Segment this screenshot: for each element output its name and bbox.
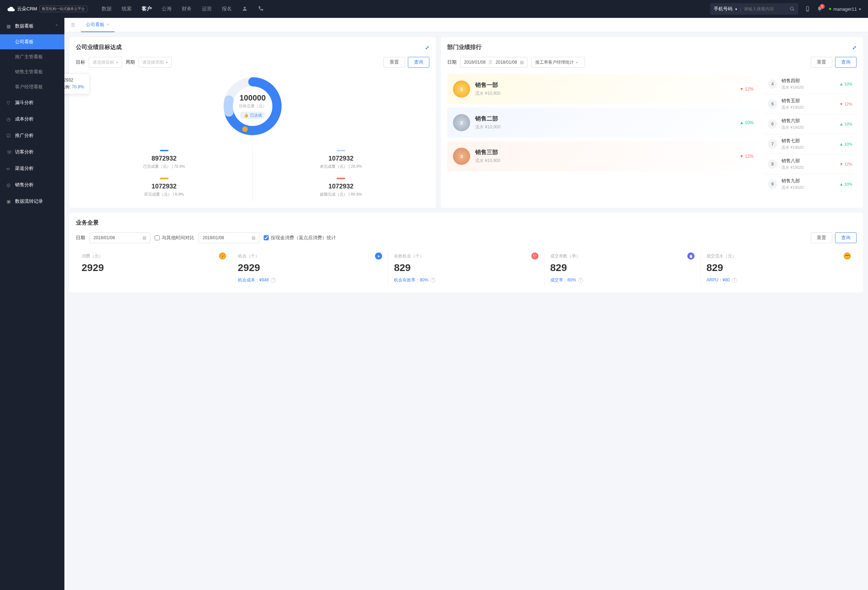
record-icon: ▣ <box>6 199 12 204</box>
rank-row: 5 销售五部流水 ¥19020 ▼12% <box>763 94 856 114</box>
nav-leads[interactable]: 线索 <box>122 6 132 12</box>
date-range[interactable]: 2018/01/08 至 2018/01/08 ▦ <box>460 57 528 68</box>
select-period[interactable]: 请选择周期▾ <box>139 57 172 68</box>
search-icon[interactable] <box>790 6 795 12</box>
help-icon[interactable]: ? <box>430 278 435 283</box>
reset-button[interactable]: 重置 <box>811 57 832 68</box>
expand-icon[interactable]: ⤢ <box>425 45 430 50</box>
sidebar-cost[interactable]: ◷成本分析 <box>0 111 64 127</box>
kpi-4: 成交流水（元） 💳 829 ARPU：¥80? <box>701 250 856 286</box>
arrow-down-icon: ▼ <box>839 162 843 166</box>
sidebar-group-dashboard[interactable]: ▦ 数据看板 ⌃ <box>0 18 64 34</box>
notif-badge: 5 <box>820 4 825 9</box>
sidebar-item-sales-mgr[interactable]: 销售主管看板 <box>0 64 64 79</box>
rank-3: 3 销售三部流水 ¥10,900 ▼12% <box>447 141 759 171</box>
funnel-icon: ▽ <box>6 100 12 106</box>
app-header: 云朵CRM 教育机构一站式服务云平台 数据 线索 客户 公海 财务 运营 报名 … <box>0 0 868 18</box>
nav-finance[interactable]: 财务 <box>182 6 192 12</box>
target-metrics: 8972932 已完成量（元） | 70.9% 1072932 未完成量（元） … <box>76 146 430 201</box>
donut-total-label: 目标总量（元） <box>239 103 267 109</box>
trend-down: ▼12% <box>740 154 753 159</box>
kpi-1: 机会（个） ➤ 2929 机会成本：¥948? <box>232 250 388 286</box>
arrow-up-icon: ▲ <box>740 120 744 125</box>
sidebar-funnel[interactable]: ▽漏斗分析 <box>0 94 64 111</box>
nav-pool[interactable]: 公海 <box>162 6 172 12</box>
compare-checkbox[interactable]: 与其他时间对比 <box>155 235 194 241</box>
logo-sub: 教育机构一站式服务云平台 <box>39 6 87 12</box>
rank-row: 4 销售四部流水 ¥19020 ▲10% <box>763 74 856 94</box>
select-statby[interactable]: 按工单客户经理统计▾ <box>531 57 585 68</box>
chart-icon: ☑ <box>6 133 12 138</box>
search-box[interactable]: 手机号码 ▾ | <box>710 3 798 15</box>
nav-signup[interactable]: 报名 <box>222 6 232 12</box>
sidebar-flow[interactable]: ▣数据流转记录 <box>0 193 64 209</box>
card-target: 公司业绩目标达成 ⤢ 目标 请选择目标▾ 周期 请选择周期▾ 重置 查询 <box>69 37 436 208</box>
help-icon[interactable]: ? <box>578 278 583 283</box>
arrow-down-icon: ▼ <box>839 102 843 106</box>
bell-icon[interactable]: 5 <box>817 6 822 12</box>
rank-row: 9 销售九部流水 ¥19020 ▲10% <box>763 174 856 194</box>
kpi-icon: 💳 <box>844 252 851 260</box>
chevron-down-icon: ▾ <box>116 60 118 64</box>
kpi-icon: 💰 <box>219 252 226 260</box>
svg-point-1 <box>790 7 793 10</box>
help-icon[interactable]: ? <box>732 278 737 283</box>
query-button[interactable]: 查询 <box>408 57 430 68</box>
sidebar-channel[interactable]: ∞渠道分析 <box>0 160 64 177</box>
sidebar-promo[interactable]: ☑推广分析 <box>0 127 64 144</box>
rank-row: 7 销售七部流水 ¥19020 ▲10% <box>763 134 856 154</box>
sidebar-item-account-mgr[interactable]: 客户经理看板 <box>0 79 64 94</box>
chevron-down-icon: ▾ <box>735 7 737 11</box>
calendar-icon: ▦ <box>251 235 255 240</box>
logo-text: 云朵CRM <box>17 6 37 12</box>
metric-should: 1072932 应完成量（元） | 8.9% <box>76 174 252 201</box>
help-icon[interactable]: ? <box>271 278 276 283</box>
mobile-icon[interactable] <box>805 6 810 12</box>
reset-button[interactable]: 重置 <box>384 57 405 68</box>
nav-ops[interactable]: 运营 <box>202 6 212 12</box>
sidebar-sales[interactable]: ◎销售分析 <box>0 177 64 193</box>
sidebar: ▦ 数据看板 ⌃ 公司看板 推广主管看板 销售主管看板 客户经理看板 ▽漏斗分析… <box>0 18 64 590</box>
medal-gold-icon: 1 <box>453 81 470 98</box>
date-input-2[interactable]: 2018/01/08▦ <box>199 232 260 243</box>
search-input[interactable] <box>744 6 787 12</box>
svg-point-0 <box>244 7 245 9</box>
label-date: 日期 <box>76 235 85 241</box>
label-target: 目标 <box>76 59 85 65</box>
collapse-sidebar-icon[interactable]: ☰ <box>69 22 77 28</box>
trend-up: ▲10% <box>839 182 852 186</box>
main-nav: 数据 线索 客户 公海 财务 运营 报名 <box>102 6 710 12</box>
sidebar-visitor[interactable]: ☏访客分析 <box>0 144 64 160</box>
sidebar-item-company[interactable]: 公司看板 <box>0 34 64 49</box>
headset-icon: ☏ <box>6 150 12 155</box>
rank-number: 9 <box>768 180 777 189</box>
target-title: 公司业绩目标达成 <box>76 44 122 51</box>
select-target[interactable]: 请选择目标▾ <box>89 57 122 68</box>
nav-data[interactable]: 数据 <box>102 6 112 12</box>
expand-icon[interactable]: ⤢ <box>852 45 856 50</box>
search-type[interactable]: 手机号码 <box>714 6 732 12</box>
rank-number: 7 <box>768 140 777 149</box>
nav-user-icon[interactable] <box>242 6 248 12</box>
sidebar-item-promo-mgr[interactable]: 推广主管看板 <box>0 49 64 64</box>
reset-button[interactable]: 重置 <box>811 232 832 243</box>
label-period: 周期 <box>125 59 135 65</box>
rank-2: 2 销售二部流水 ¥10,900 ▲10% <box>447 107 759 138</box>
query-button[interactable]: 查询 <box>835 57 856 68</box>
nav-phone-icon[interactable] <box>258 6 263 12</box>
date-input-1[interactable]: 2018/01/08▦ <box>89 232 150 243</box>
close-icon[interactable]: × <box>106 22 109 27</box>
metric-undone: 1072932 未完成量（元） | 20.9% <box>252 146 430 174</box>
card-overview: 业务全景 日期 2018/01/08▦ 与其他时间对比 2018/01/08▦ … <box>69 213 863 293</box>
tab-company-board[interactable]: 公司看板 × <box>81 18 115 32</box>
cash-checkbox[interactable]: 按现金消费（返点后消费）统计 <box>264 235 336 241</box>
arrow-down-icon: ▼ <box>740 154 744 159</box>
username: manager11 <box>833 6 857 12</box>
nav-customer[interactable]: 客户 <box>142 6 152 12</box>
user-menu[interactable]: manager11 ▾ <box>829 6 861 12</box>
arrow-down-icon: ▼ <box>740 87 744 91</box>
query-button[interactable]: 查询 <box>835 232 856 243</box>
trend-down: ▼12% <box>839 102 852 106</box>
chevron-down-icon: ▾ <box>859 7 861 11</box>
medal-bronze-icon: 3 <box>453 148 470 165</box>
